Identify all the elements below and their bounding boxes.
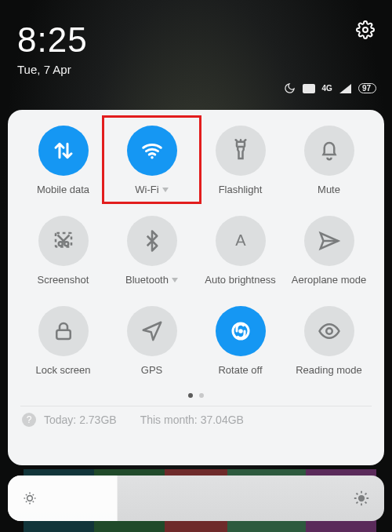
tile-lock[interactable]: Lock screen (20, 306, 106, 376)
reading-icon[interactable] (304, 306, 354, 356)
svg-point-0 (363, 27, 368, 32)
tile-label: Bluetooth (125, 274, 178, 286)
network-label: 4G (322, 84, 332, 93)
clock-date: Tue, 7 Apr (0, 63, 392, 76)
airplane-icon[interactable] (304, 216, 354, 266)
mute-icon[interactable] (304, 126, 354, 176)
svg-point-11 (326, 328, 332, 334)
tile-label: Lock screen (35, 364, 90, 376)
rotate-icon[interactable] (216, 306, 266, 356)
help-icon: ? (22, 413, 36, 427)
tile-label: Reading mode (296, 364, 362, 376)
tile-label: Mobile data (37, 184, 89, 195)
svg-rect-1 (303, 84, 315, 93)
svg-point-10 (238, 329, 243, 333)
status-bar: 4G 97 (0, 76, 392, 94)
tile-mobile-data[interactable]: Mobile data (20, 126, 106, 195)
flashlight-icon[interactable] (216, 126, 266, 176)
dnd-moon-icon (284, 82, 296, 94)
tile-auto-bright[interactable]: AAuto brightness (198, 216, 283, 286)
brightness-slider[interactable] (8, 476, 384, 521)
brightness-low-icon (22, 490, 38, 506)
volte-icon (303, 84, 315, 93)
tile-label: Mute (318, 184, 340, 195)
svg-rect-3 (237, 142, 245, 147)
quick-settings-panel: Mobile dataWi-FiFlashlightMuteScreenshot… (8, 110, 384, 465)
settings-gear-icon[interactable] (356, 20, 375, 39)
clock-time: 8:25 (17, 20, 88, 60)
tile-screenshot[interactable]: Screenshot (20, 216, 106, 286)
brightness-high-icon (353, 490, 370, 507)
tile-gps[interactable]: GPS (109, 306, 194, 376)
svg-point-2 (151, 156, 154, 159)
svg-point-12 (27, 496, 33, 501)
tile-label: Auto brightness (205, 274, 275, 286)
page-indicator (20, 393, 372, 398)
svg-point-5 (58, 242, 62, 246)
tile-rotate[interactable]: Rotate off (198, 306, 283, 376)
tile-label: Wi-Fi (135, 184, 168, 195)
svg-point-13 (358, 495, 365, 501)
battery-icon: 97 (358, 83, 376, 93)
tile-label: Screenshot (38, 274, 89, 286)
gps-icon[interactable] (127, 306, 177, 356)
tile-label: GPS (141, 364, 162, 376)
screenshot-icon[interactable] (38, 216, 89, 266)
svg-text:A: A (235, 231, 246, 249)
tile-bluetooth[interactable]: Bluetooth (109, 216, 194, 286)
divider (20, 406, 372, 406)
wifi-icon[interactable] (127, 126, 177, 176)
data-usage-row[interactable]: ? Today: 2.73GB This month: 37.04GB (20, 413, 372, 430)
expand-caret-icon (162, 188, 169, 192)
tile-label: Aeroplane mode (292, 274, 366, 286)
svg-rect-8 (56, 330, 71, 339)
tile-label: Flashlight (219, 184, 263, 195)
brightness-thumb[interactable] (8, 476, 118, 521)
usage-month: This month: 37.04GB (140, 414, 244, 426)
tile-reading[interactable]: Reading mode (286, 306, 372, 376)
usage-today: Today: 2.73GB (44, 414, 117, 426)
tile-wifi[interactable]: Wi-Fi (109, 126, 194, 195)
bluetooth-icon[interactable] (127, 216, 177, 266)
expand-caret-icon (172, 278, 178, 282)
tile-flashlight[interactable]: Flashlight (198, 126, 283, 195)
tile-airplane[interactable]: Aeroplane mode (286, 216, 372, 286)
lock-icon[interactable] (38, 306, 89, 356)
tile-label: Rotate off (218, 364, 262, 376)
svg-point-6 (64, 242, 68, 246)
tile-mute[interactable]: Mute (286, 126, 372, 195)
auto-bright-icon[interactable]: A (216, 216, 266, 266)
signal-icon (339, 84, 351, 93)
mobile-data-icon[interactable] (38, 126, 89, 176)
